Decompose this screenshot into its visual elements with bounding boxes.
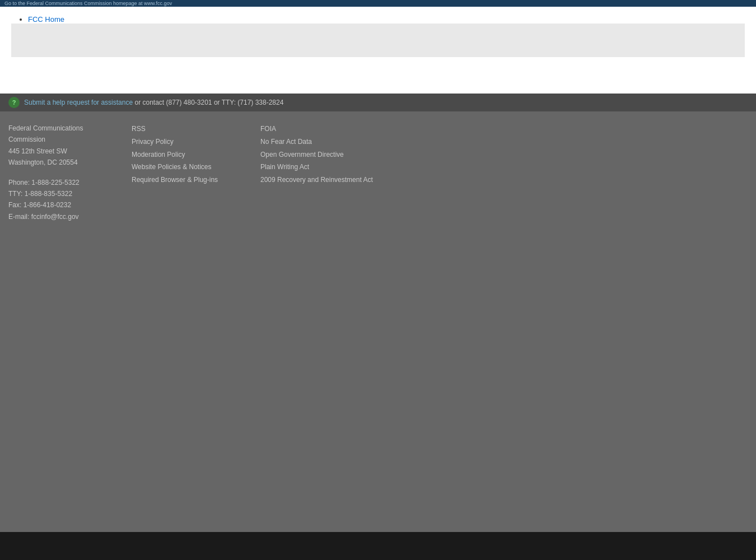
help-icon: ?: [8, 97, 20, 108]
footer-link-recovery[interactable]: 2009 Recovery and Reinvestment Act: [260, 174, 389, 186]
footer-link-plain-writing[interactable]: Plain Writing Act: [260, 161, 389, 174]
footer-link-rss[interactable]: RSS: [132, 123, 249, 136]
footer-link-no-fear[interactable]: No Fear Act Data: [260, 136, 389, 148]
help-contact-text: or contact (877) 480-3201 or TTY: (717) …: [134, 99, 283, 106]
footer-email: E-mail: fccinfo@fcc.gov: [8, 211, 120, 222]
footer-fax: Fax: 1-866-418-0232: [8, 199, 120, 211]
footer-phone: Phone: 1-888-225-5322: [8, 177, 120, 188]
help-bar: ? Submit a help request for assistance o…: [0, 94, 756, 111]
top-banner: Go to the Federal Communications Commiss…: [0, 0, 756, 7]
fcc-home-link[interactable]: FCC Home: [28, 15, 64, 24]
footer-link-moderation[interactable]: Moderation Policy: [132, 148, 249, 161]
nav-item-fcc-home: FCC Home: [28, 15, 745, 24]
footer-link-open-gov[interactable]: Open Government Directive: [260, 148, 389, 161]
main-content: FCC Home: [0, 7, 756, 94]
footer: Federal Communications Commission 445 12…: [0, 111, 756, 234]
nav-list: FCC Home: [11, 15, 745, 24]
footer-col-policy: RSS Privacy Policy Moderation Policy Web…: [132, 123, 260, 222]
footer-col-address: Federal Communications Commission 445 12…: [8, 123, 132, 222]
footer-link-foia[interactable]: FOIA: [260, 123, 389, 136]
footer-address2: Washington, DC 20554: [8, 157, 120, 168]
help-text: Submit a help request for assistance or …: [24, 99, 283, 106]
help-request-link[interactable]: Submit a help request for assistance: [24, 99, 133, 106]
footer-address1: 445 12th Street SW: [8, 146, 120, 157]
footer-org-name: Federal Communications Commission: [8, 123, 120, 146]
footer-link-browser[interactable]: Required Browser & Plug-ins: [132, 174, 249, 186]
bottom-bar: [0, 532, 756, 560]
footer-link-website-policies[interactable]: Website Policies & Notices: [132, 161, 249, 174]
main-nav: FCC Home: [11, 15, 745, 24]
breadcrumb-area: [11, 24, 745, 57]
top-banner-text: Go to the Federal Communications Commiss…: [4, 1, 172, 6]
footer-tty: TTY: 1-888-835-5322: [8, 188, 120, 199]
footer-link-privacy[interactable]: Privacy Policy: [132, 136, 249, 148]
footer-col-gov: FOIA No Fear Act Data Open Government Di…: [260, 123, 389, 222]
